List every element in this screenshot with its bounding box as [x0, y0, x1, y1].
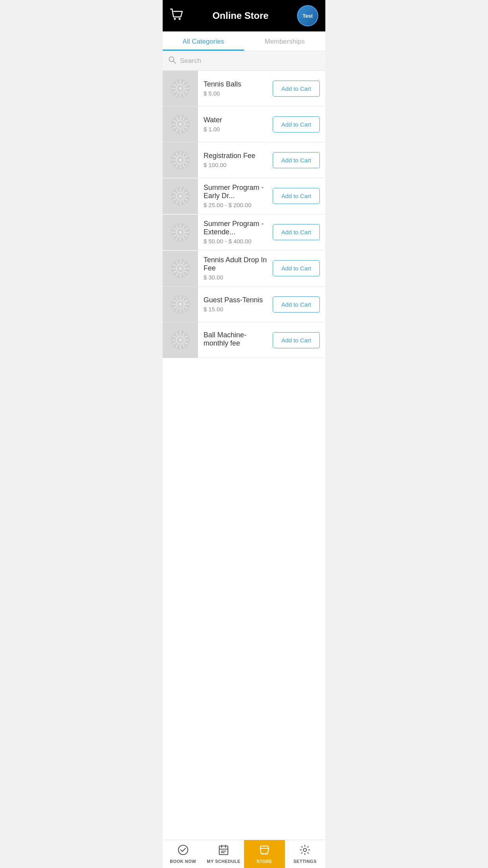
product-price: $ 1.00 [204, 126, 269, 132]
product-info: Summer Program - Extende... $ 50.00 - $ … [198, 214, 273, 250]
svg-point-0 [174, 18, 176, 20]
svg-point-63 [179, 195, 182, 198]
cart-icon[interactable] [170, 8, 184, 24]
schedule-icon [218, 844, 229, 858]
svg-point-132 [265, 853, 267, 855]
product-price: $ 15.00 [204, 306, 269, 313]
svg-point-78 [179, 231, 182, 234]
product-name: Water [204, 116, 269, 124]
nav-book-now-label: BOOK NOW [170, 859, 196, 864]
check-icon [178, 844, 189, 858]
product-info: Ball Machine-monthly fee [198, 326, 273, 355]
nav-my-schedule[interactable]: MY SCHEDULE [204, 840, 244, 868]
product-thumbnail [163, 142, 198, 178]
add-to-cart-button[interactable]: Add to Cart [273, 260, 320, 276]
product-item: Ball Machine-monthly fee Add to Cart [163, 322, 325, 358]
svg-point-1 [179, 18, 181, 20]
search-input[interactable] [180, 57, 320, 65]
product-item: Registration Fee $ 100.00 Add to Cart [163, 142, 325, 178]
nav-store-label: STORE [257, 859, 272, 864]
add-to-cart-button[interactable]: Add to Cart [273, 152, 320, 168]
svg-point-93 [179, 267, 182, 270]
svg-point-131 [262, 853, 264, 855]
product-name: Summer Program - Early Dr... [204, 184, 269, 200]
add-to-cart-button[interactable]: Add to Cart [273, 224, 320, 240]
product-item: Guest Pass-Tennis $ 15.00 Add to Cart [163, 287, 325, 322]
page-title: Online Store [213, 10, 269, 21]
product-info: Tennis Adult Drop In Fee $ 30.00 [198, 250, 273, 286]
product-price: $ 25.00 - $ 200.00 [204, 202, 269, 208]
product-item: Summer Program - Extende... $ 50.00 - $ … [163, 214, 325, 250]
product-price: $ 5.00 [204, 90, 269, 97]
nav-settings[interactable]: SETTINGS [285, 840, 326, 868]
product-price: $ 100.00 [204, 162, 269, 168]
product-thumbnail [163, 215, 198, 250]
store-icon [259, 844, 270, 858]
svg-point-48 [179, 158, 182, 162]
tab-all-categories[interactable]: All Categories [163, 31, 244, 51]
add-to-cart-button[interactable]: Add to Cart [273, 332, 320, 348]
avatar-label: Test [303, 13, 313, 19]
svg-rect-125 [219, 846, 228, 855]
svg-line-3 [173, 61, 176, 63]
product-price: $ 50.00 - $ 400.00 [204, 238, 269, 245]
tab-memberships[interactable]: Memberships [244, 31, 325, 51]
product-item: Tennis Adult Drop In Fee $ 30.00 Add to … [163, 250, 325, 287]
category-tabs: All Categories Memberships [163, 31, 325, 51]
svg-point-133 [303, 848, 306, 851]
search-icon [168, 56, 176, 66]
product-price: $ 30.00 [204, 274, 269, 281]
product-thumbnail [163, 178, 198, 214]
nav-book-now[interactable]: BOOK NOW [163, 840, 204, 868]
svg-point-108 [179, 303, 182, 306]
add-to-cart-button[interactable]: Add to Cart [273, 188, 320, 204]
avatar[interactable]: Test [297, 5, 318, 26]
svg-point-124 [178, 845, 188, 855]
product-thumbnail [163, 71, 198, 106]
product-name: Tennis Balls [204, 80, 269, 88]
gear-icon [299, 844, 310, 858]
product-info: Registration Fee $ 100.00 [198, 146, 273, 174]
product-info: Tennis Balls $ 5.00 [198, 75, 273, 102]
product-list: Tennis Balls $ 5.00 Add to Cart Water $ … [163, 71, 325, 840]
product-item: Water $ 1.00 Add to Cart [163, 107, 325, 142]
product-name: Registration Fee [204, 152, 269, 160]
add-to-cart-button[interactable]: Add to Cart [273, 81, 320, 97]
svg-point-18 [179, 87, 182, 90]
product-thumbnail [163, 322, 198, 358]
product-thumbnail [163, 251, 198, 286]
product-name: Ball Machine-monthly fee [204, 331, 269, 348]
product-name: Guest Pass-Tennis [204, 296, 269, 304]
bottom-nav: BOOK NOW MY SCHEDULE STORE [163, 840, 325, 868]
search-bar [163, 51, 325, 71]
product-thumbnail [163, 107, 198, 142]
product-name: Summer Program - Extende... [204, 220, 269, 236]
add-to-cart-button[interactable]: Add to Cart [273, 296, 320, 313]
product-info: Guest Pass-Tennis $ 15.00 [198, 291, 273, 318]
product-name: Tennis Adult Drop In Fee [204, 256, 269, 272]
svg-point-123 [179, 338, 182, 342]
nav-store[interactable]: STORE [244, 840, 285, 868]
svg-point-33 [179, 123, 182, 126]
nav-my-schedule-label: MY SCHEDULE [207, 859, 240, 864]
add-to-cart-button[interactable]: Add to Cart [273, 116, 320, 132]
product-item: Tennis Balls $ 5.00 Add to Cart [163, 71, 325, 107]
product-info: Water $ 1.00 [198, 110, 273, 138]
product-info: Summer Program - Early Dr... $ 25.00 - $… [198, 178, 273, 214]
product-thumbnail [163, 287, 198, 322]
product-item: Summer Program - Early Dr... $ 25.00 - $… [163, 178, 325, 214]
app-header: Online Store Test [163, 0, 325, 31]
nav-settings-label: SETTINGS [294, 859, 317, 864]
